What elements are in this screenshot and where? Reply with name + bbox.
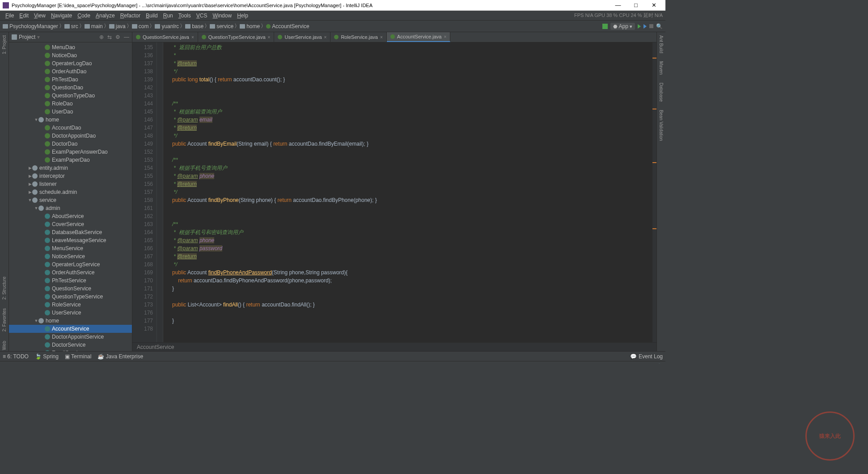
menu-window[interactable]: Window [210,13,234,19]
editor-tab[interactable]: RoleService.java× [330,32,386,42]
build-button[interactable] [602,24,608,29]
status-field[interactable]: UTF-8 ‡ [600,363,619,364]
menu-view[interactable]: View [31,13,48,19]
tree-node[interactable]: PhTestDao [9,76,132,84]
tree-node[interactable]: DoctorService [9,341,132,349]
bottom-tool[interactable]: ▣ Terminal [65,353,91,360]
tab-bean[interactable]: Bean Validation [658,109,664,142]
tree-node[interactable]: DoctorAppointService [9,333,132,341]
menu-tools[interactable]: Tools [176,13,194,19]
minimize-button[interactable]: — [609,2,627,8]
hide-icon[interactable]: — [124,34,129,40]
tab-structure[interactable]: 2: Structure [1,275,7,301]
maximize-button[interactable]: □ [627,2,645,8]
tree-node[interactable]: MenuService [9,244,132,252]
tree-node[interactable]: OperaterLogService [9,260,132,268]
tab-web[interactable]: Web [1,340,7,351]
tree-node[interactable]: DoctorAppointDao [9,132,132,140]
tree-node[interactable]: UserService [9,309,132,317]
tab-favorites[interactable]: 2: Favorites [1,307,7,333]
menu-edit[interactable]: Edit [17,13,31,19]
tree-node[interactable]: UserDao [9,108,132,116]
editor-breadcrumb[interactable]: AccountService [132,342,656,351]
tree-node[interactable]: QuestionService [9,285,132,293]
error-stripe[interactable] [652,42,656,342]
tree-node[interactable]: QuestionTypeService [9,293,132,301]
status-field[interactable]: 🔒 [656,363,663,364]
fold-gutter[interactable] [157,42,163,342]
search-icon[interactable]: 🔍 [656,23,663,29]
select-target-icon[interactable]: ⊕ [99,34,104,40]
breadcrumb-item[interactable]: AccountService [266,23,309,29]
menu-build[interactable]: Build [143,13,161,19]
tree-node[interactable]: NoticeDao [9,51,132,59]
tree-node[interactable]: ▼home [9,317,132,325]
editor-tab[interactable]: QuestionTypeService.java× [198,32,275,42]
tree-node[interactable]: ExamPaperDao [9,156,132,164]
project-tree[interactable]: MenuDaoNoticeDaoOperaterLogDaoOrderAuthD… [9,42,132,351]
editor-tab[interactable]: QuestionService.java× [132,32,198,42]
breadcrumb-item[interactable]: main [85,23,103,29]
close-tab-icon[interactable]: × [191,35,194,40]
tree-node[interactable]: AboutService [9,212,132,220]
close-tab-icon[interactable]: × [324,35,327,40]
close-tab-icon[interactable]: × [268,35,271,40]
breadcrumb-item[interactable]: com [132,23,149,29]
menu-help[interactable]: Help [234,13,251,19]
tree-node[interactable]: ▶entity.admin [9,164,132,172]
tree-node[interactable]: LeaveMessageService [9,236,132,244]
bottom-tool[interactable]: ☕ Java Enterprise [97,353,143,360]
close-button[interactable]: ✕ [645,2,663,8]
breadcrumb-item[interactable]: home [240,23,260,29]
event-log-button[interactable]: 💬 Event Log [630,353,663,360]
editor-tab[interactable]: AccountService.java× [387,32,451,42]
debug-button[interactable] [644,24,647,29]
tree-node[interactable]: OrderAuthDao [9,67,132,76]
tree-node[interactable]: OrderAuthService [9,268,132,277]
menu-navigate[interactable]: Navigate [48,13,75,19]
tree-node[interactable]: MenuDao [9,43,132,51]
tree-node[interactable]: ▼admin [9,204,132,212]
tree-node[interactable]: RoleDao [9,100,132,108]
status-field[interactable]: 4 spaces ‡ [625,363,651,364]
editor-tab[interactable]: UserService.java× [274,32,330,42]
bottom-tool[interactable]: 🍃 Spring [35,353,59,360]
menu-vcs[interactable]: VCS [194,13,210,19]
menu-refactor[interactable]: Refactor [118,13,143,19]
tree-node[interactable]: DoctorDao [9,140,132,148]
menu-file[interactable]: File [3,13,17,19]
bottom-tool[interactable]: ≡ 6: TODO [3,353,29,360]
close-tab-icon[interactable]: × [380,35,383,40]
tree-node[interactable]: EmailService [9,349,132,351]
status-field[interactable]: 26:14 [557,363,571,364]
tree-node[interactable]: ExamPaperAnswerDao [9,148,132,156]
tree-node[interactable]: ▼home [9,116,132,124]
tree-node[interactable]: NoticeService [9,252,132,260]
breadcrumb-item[interactable]: yuanlrc [155,23,179,29]
close-tab-icon[interactable]: × [444,34,446,39]
tab-database[interactable]: Database [658,81,664,103]
tree-node[interactable]: PhTestService [9,277,132,285]
collapse-icon[interactable]: ⇆ [107,34,112,40]
code-editor[interactable]: * 返回前台用户总数 * * @return */public long tot… [163,42,652,342]
breadcrumb-item[interactable]: service [210,23,233,29]
breadcrumb-item[interactable]: src [64,23,78,29]
tree-node[interactable]: QuestionTypeDao [9,92,132,100]
gear-icon[interactable]: ⚙ [115,34,120,40]
menu-run[interactable]: Run [161,13,176,19]
tab-project[interactable]: 1: Project [1,34,7,55]
tree-node[interactable]: ▼service [9,196,132,204]
tree-node[interactable]: ▶listener [9,180,132,188]
tree-node[interactable]: AccountService [9,325,132,333]
tab-ant[interactable]: Ant Build [658,34,664,55]
menu-analyze[interactable]: Analyze [93,13,118,19]
tree-node[interactable]: ▶interceptor [9,172,132,180]
line-gutter[interactable]: 1351361371381391421431441451461471481491… [132,42,157,342]
run-button[interactable] [638,24,641,29]
breadcrumb-item[interactable]: java [109,23,126,29]
tab-maven[interactable]: Maven [658,60,664,76]
tree-node[interactable]: CoverService [9,220,132,228]
tree-node[interactable]: ▶schedule.admin [9,188,132,196]
breadcrumb-item[interactable]: base [185,23,203,29]
run-config-selector[interactable]: ⬣ App ▾ [610,23,635,30]
